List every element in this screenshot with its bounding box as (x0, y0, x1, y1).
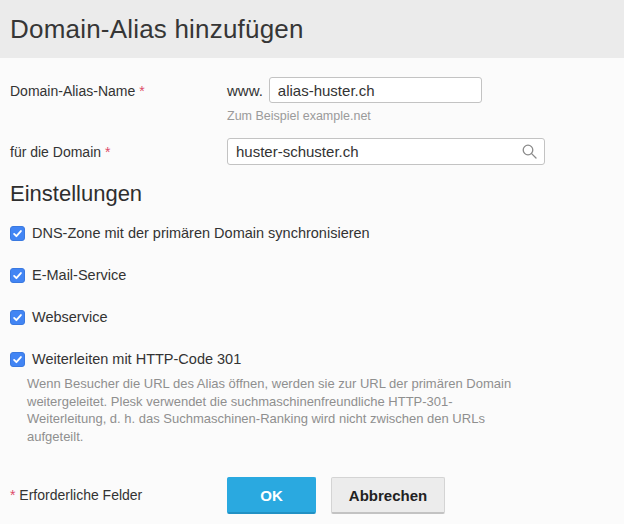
check-icon (12, 270, 23, 281)
domain-select-input[interactable] (227, 138, 545, 165)
settings-heading: Einstellungen (10, 181, 614, 207)
checkbox-row-mail-service[interactable]: E-Mail-Service (10, 267, 614, 283)
checkbox-mail-service[interactable] (10, 268, 25, 283)
checkbox-row-web-service[interactable]: Webservice (10, 309, 614, 325)
alias-name-label: Domain-Alias-Name * (10, 77, 227, 99)
alias-name-input[interactable] (269, 77, 482, 103)
checkbox-label-web-service[interactable]: Webservice (32, 309, 107, 325)
checkbox-row-redirect-301[interactable]: Weiterleiten mit HTTP-Code 301 (10, 351, 614, 367)
ok-button[interactable]: OK (227, 477, 316, 514)
dialog-footer: * Erforderliche Felder OK Abbrechen (0, 477, 624, 514)
alias-name-control-group: www. Zum Beispiel example.net (227, 77, 482, 123)
checkbox-label-dns-sync[interactable]: DNS-Zone mit der primären Domain synchro… (32, 225, 370, 241)
check-icon (12, 354, 23, 365)
checkbox-dns-sync[interactable] (10, 226, 25, 241)
domain-input-wrap (227, 138, 545, 165)
required-asterisk: * (10, 487, 15, 503)
check-icon (12, 312, 23, 323)
dialog-header: Domain-Alias hinzufügen (0, 0, 624, 58)
form-row-alias-name: Domain-Alias-Name * www. Zum Beispiel ex… (10, 77, 614, 123)
check-icon (12, 228, 23, 239)
required-asterisk: * (105, 144, 110, 160)
alias-name-label-text: Domain-Alias-Name (10, 83, 135, 99)
required-asterisk: * (139, 83, 144, 99)
domain-label: für die Domain * (10, 138, 227, 160)
form-row-domain: für die Domain * (10, 138, 614, 165)
search-icon[interactable] (521, 143, 538, 160)
alias-name-hint: Zum Beispiel example.net (227, 109, 482, 123)
page-title: Domain-Alias hinzufügen (10, 14, 304, 45)
dialog-body: Domain-Alias-Name * www. Zum Beispiel ex… (0, 58, 624, 445)
add-domain-alias-dialog: Domain-Alias hinzufügen Domain-Alias-Nam… (0, 0, 624, 524)
cancel-button[interactable]: Abbrechen (331, 477, 445, 514)
required-fields-note-text: Erforderliche Felder (19, 487, 142, 503)
checkbox-redirect-301[interactable] (10, 352, 25, 367)
redirect-301-description: Wenn Besucher die URL des Alias öffnen, … (27, 375, 531, 445)
checkbox-row-dns-sync[interactable]: DNS-Zone mit der primären Domain synchro… (10, 225, 614, 241)
checkbox-web-service[interactable] (10, 310, 25, 325)
checkbox-label-redirect-301[interactable]: Weiterleiten mit HTTP-Code 301 (32, 351, 241, 367)
www-prefix: www. (227, 82, 263, 99)
settings-checkbox-list: DNS-Zone mit der primären Domain synchro… (10, 225, 614, 445)
required-fields-note: * Erforderliche Felder (10, 477, 227, 503)
checkbox-label-mail-service[interactable]: E-Mail-Service (32, 267, 126, 283)
domain-label-text: für die Domain (10, 144, 101, 160)
